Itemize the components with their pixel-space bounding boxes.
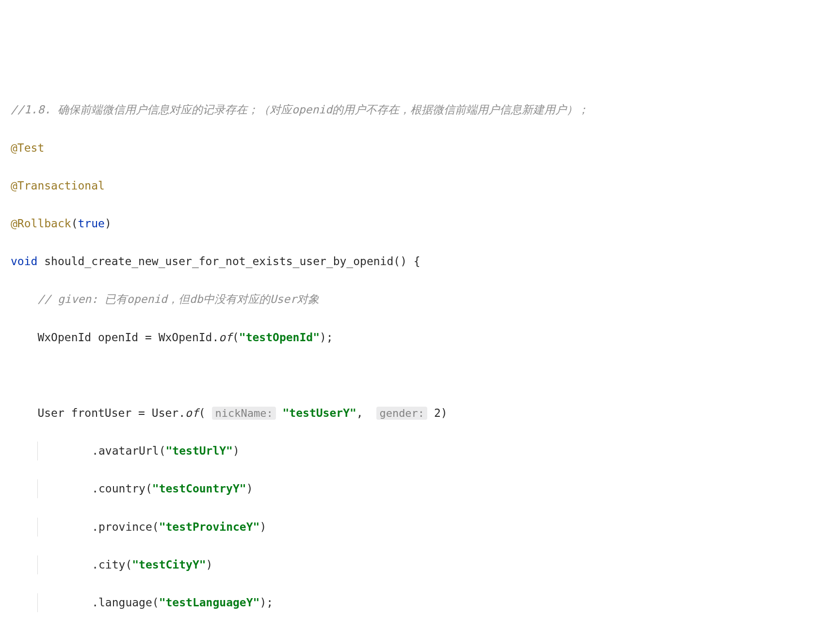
method-signature: void should_create_new_user_for_not_exis… <box>11 252 829 271</box>
comment-given: // given: 已有openid，但db中没有对应的User对象 <box>11 290 829 309</box>
hint-nickname: nickName: <box>212 407 275 420</box>
country-line: .country("testCountryY") <box>11 479 829 498</box>
language-line: .language("testLanguageY"); <box>11 593 829 612</box>
annotation-rollback: @Rollback(true) <box>11 214 829 233</box>
openid-line: WxOpenId openId = WxOpenId.of("testOpenI… <box>11 328 829 347</box>
blank-line <box>11 366 829 385</box>
annotation-transactional: @Transactional <box>11 176 829 195</box>
frontuser-line: User frontUser = User.of( nickName: "tes… <box>11 404 829 423</box>
setopenid-line: frontUser.setOpenid(openId); <box>11 631 829 633</box>
code-block: //1.8. 确保前端微信用户信息对应的记录存在；（对应openid的用户不存在… <box>11 81 829 633</box>
province-line: .province("testProvinceY") <box>11 518 829 537</box>
comment-header: //1.8. 确保前端微信用户信息对应的记录存在；（对应openid的用户不存在… <box>11 100 829 119</box>
hint-gender: gender: <box>376 407 427 420</box>
annotation-test: @Test <box>11 139 829 158</box>
avatar-line: .avatarUrl("testUrlY") <box>11 442 829 460</box>
city-line: .city("testCityY") <box>11 555 829 574</box>
